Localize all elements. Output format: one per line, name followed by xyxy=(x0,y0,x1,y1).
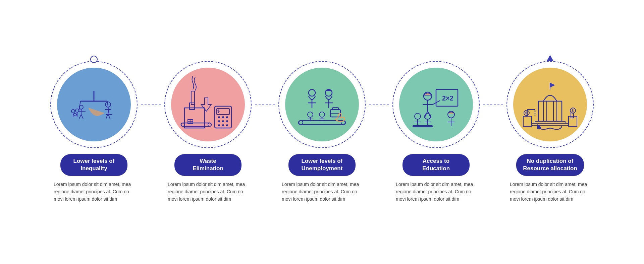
svg-point-49 xyxy=(299,121,303,125)
svg-point-26 xyxy=(208,123,211,126)
svg-point-33 xyxy=(222,116,224,118)
svg-point-39 xyxy=(222,124,224,126)
circle-outer-resource: $ $ xyxy=(506,61,594,148)
badge-text-unemployment2: Unemployment xyxy=(295,165,349,172)
circle-inner-unemployment xyxy=(285,68,359,141)
svg-point-32 xyxy=(218,116,220,118)
inequality-icon xyxy=(60,71,127,138)
item-inequality: Lower levels of Inequality Lorem ipsum d… xyxy=(37,61,151,203)
badge-waste: Waste Elimination xyxy=(174,154,241,176)
svg-text:$: $ xyxy=(217,109,220,114)
connector-2 xyxy=(255,105,275,105)
svg-rect-78 xyxy=(538,101,562,121)
connector-3 xyxy=(369,105,389,105)
connector-4 xyxy=(483,105,503,105)
svg-rect-74 xyxy=(413,125,433,127)
badge-text-resource1: No duplication of xyxy=(523,157,577,165)
circle-inner-inequality xyxy=(57,68,131,141)
svg-text:$: $ xyxy=(525,111,527,115)
badge-text-waste1: Waste xyxy=(181,157,235,165)
svg-point-37 xyxy=(226,120,228,122)
description-inequality: Lorem ipsum dolor sit dim amet, mea regi… xyxy=(54,181,134,203)
description-unemployment: Lorem ipsum dolor sit dim amet, mea regi… xyxy=(282,181,362,203)
badge-resource: No duplication of Resource allocation xyxy=(516,154,584,176)
badge-education: Access to Education xyxy=(402,154,470,176)
description-education: Lorem ipsum dolor sit dim amet, mea regi… xyxy=(396,181,476,203)
item-resource: $ $ No xyxy=(493,61,607,203)
svg-point-54 xyxy=(319,112,325,117)
infographic-container: Lower levels of Inequality Lorem ipsum d… xyxy=(20,54,624,209)
svg-point-18 xyxy=(75,109,79,112)
svg-point-40 xyxy=(226,124,228,126)
badge-text-resource2: Resource allocation xyxy=(523,165,577,172)
item-unemployment: Lower levels of Unemployment Lorem ipsum… xyxy=(265,61,379,203)
badge-text-inequality: Lower levels of xyxy=(67,157,121,165)
svg-text:2×2: 2×2 xyxy=(442,94,453,102)
badge-text-inequality2: Inequality xyxy=(67,165,121,172)
svg-marker-84 xyxy=(550,83,555,87)
svg-point-36 xyxy=(222,120,224,122)
circle-outer-education: 2×2 xyxy=(392,61,480,148)
svg-point-42 xyxy=(309,89,315,96)
svg-rect-86 xyxy=(532,123,569,125)
svg-point-20 xyxy=(74,113,76,116)
svg-text:$: $ xyxy=(572,109,574,113)
badge-text-education1: Access to xyxy=(409,157,463,165)
description-waste: Lorem ipsum dolor sit dim amet, mea regi… xyxy=(168,181,248,203)
svg-rect-94 xyxy=(571,113,574,118)
svg-point-68 xyxy=(415,113,421,119)
unemployment-icon xyxy=(288,71,356,138)
svg-line-9 xyxy=(79,115,81,119)
circle-inner-resource: $ $ xyxy=(513,68,587,141)
svg-rect-24 xyxy=(181,123,211,126)
item-education: 2×2 xyxy=(379,61,493,203)
svg-rect-21 xyxy=(184,108,205,128)
svg-line-10 xyxy=(81,115,83,119)
svg-point-35 xyxy=(218,120,220,122)
svg-rect-87 xyxy=(523,116,532,126)
circle-outer-waste: $ xyxy=(164,61,252,148)
circle-outer-inequality xyxy=(50,61,138,148)
badge-unemployment: Lower levels of Unemployment xyxy=(288,154,356,176)
svg-rect-22 xyxy=(190,103,195,110)
badge-text-unemployment1: Lower levels of xyxy=(295,157,349,165)
circle-inner-waste: $ xyxy=(171,68,245,141)
svg-point-38 xyxy=(218,124,220,126)
waste-icon: $ xyxy=(174,71,241,138)
svg-point-16 xyxy=(71,110,75,113)
education-icon: 2×2 xyxy=(402,71,470,138)
svg-point-34 xyxy=(226,116,228,118)
item-waste: $ Waste Elimination Lorem ipsum dolor si… xyxy=(151,61,265,203)
svg-point-51 xyxy=(308,112,313,117)
circle-outer-unemployment xyxy=(278,61,366,148)
connector-1 xyxy=(141,105,161,105)
description-resource: Lorem ipsum dolor sit dim amet, mea regi… xyxy=(510,181,590,203)
triangle-indicator-resource xyxy=(547,55,553,61)
badge-inequality: Lower levels of Inequality xyxy=(60,154,127,176)
svg-point-25 xyxy=(181,123,184,126)
resource-icon: $ $ xyxy=(517,71,584,138)
badge-text-waste2: Elimination xyxy=(181,165,235,172)
circle-indicator-inequality xyxy=(90,56,98,63)
badge-text-education2: Education xyxy=(409,165,463,172)
circle-inner-education: 2×2 xyxy=(399,68,473,141)
